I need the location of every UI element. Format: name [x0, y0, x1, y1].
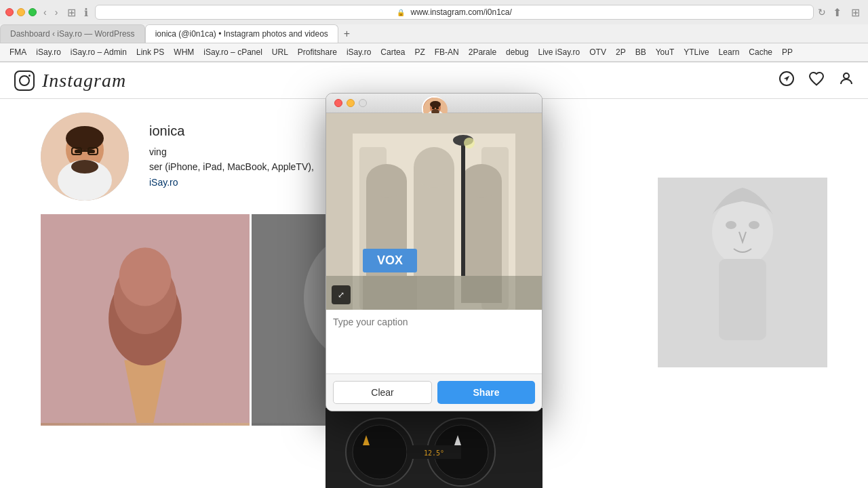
- bookmark-profitshare[interactable]: Profitshare: [294, 46, 341, 58]
- instagram-page: Instagram: [0, 62, 868, 488]
- svg-rect-44: [461, 140, 465, 276]
- svg-point-12: [71, 160, 98, 174]
- statue-image: [658, 178, 827, 367]
- svg-rect-28: [436, 107, 439, 109]
- instagram-icon: [14, 70, 35, 92]
- bookmarks-bar: FMA iSay.ro iSay.ro – Admin Link PS WHM …: [0, 43, 868, 62]
- browser-toolbar: ‹ › ⊞ ℹ 🔒 www.instagram.com/i0n1ca/ ↻ ⬆ …: [0, 0, 868, 24]
- svg-point-34: [414, 147, 454, 188]
- svg-marker-4: [784, 74, 791, 81]
- tab-wordpress[interactable]: Dashboard ‹ iSay.ro — WordPress: [0, 24, 145, 43]
- info-button[interactable]: ℹ: [81, 5, 91, 20]
- instagram-logo: Instagram: [14, 70, 126, 92]
- profile-icon[interactable]: [838, 70, 854, 91]
- forward-button[interactable]: ›: [52, 5, 61, 19]
- dialog-building-image: VOX: [326, 113, 542, 310]
- profile-info: ionica ving ser (iPhone, iPad, MacBook, …: [149, 123, 314, 190]
- bookmark-isay2[interactable]: iSay.ro: [342, 46, 375, 58]
- bookmark-url[interactable]: URL: [268, 46, 292, 58]
- svg-rect-43: [326, 276, 542, 310]
- dialog-caption-area: [326, 310, 542, 373]
- svg-point-49: [353, 425, 407, 479]
- svg-rect-56: [719, 259, 766, 340]
- bookmark-cartea[interactable]: Cartea: [376, 46, 409, 58]
- svg-rect-27: [432, 107, 435, 109]
- svg-text:12.5°: 12.5°: [424, 449, 444, 457]
- screen-reader-button[interactable]: ⊞: [64, 5, 79, 20]
- bookmark-isay-admin[interactable]: iSay.ro – Admin: [66, 46, 131, 58]
- bookmark-linkps[interactable]: Link PS: [132, 46, 168, 58]
- bookmark-otv[interactable]: OTV: [585, 46, 610, 58]
- bookmark-isay[interactable]: iSay.ro: [32, 46, 64, 58]
- bookmark-pp[interactable]: PP: [778, 46, 797, 58]
- maximize-button[interactable]: [28, 8, 37, 16]
- bookmark-fban[interactable]: FB-AN: [431, 46, 463, 58]
- svg-point-57: [726, 221, 736, 229]
- instagram-wordmark: Instagram: [42, 70, 126, 92]
- bio-link[interactable]: iSay.ro: [149, 177, 178, 188]
- browser-nav: ‹ ›: [41, 5, 60, 19]
- svg-rect-0: [15, 71, 34, 90]
- bookmark-bb[interactable]: BB: [631, 46, 650, 58]
- ice-cream-image: [41, 214, 250, 423]
- minimize-button[interactable]: [17, 8, 25, 16]
- svg-point-2: [28, 75, 31, 77]
- statue-photo[interactable]: [658, 178, 827, 367]
- bio-text-1: ving: [149, 146, 167, 157]
- url-text: www.instagram.com/i0n1ca/: [410, 7, 511, 17]
- avatar-image: [41, 113, 129, 201]
- new-tab-button[interactable]: +: [338, 24, 355, 43]
- tab-instagram[interactable]: ionica (@i0n1ca) • Instagram photos and …: [145, 24, 338, 43]
- expand-icon: ⤢: [338, 290, 344, 300]
- window-controls: [5, 8, 37, 16]
- bookmark-cache[interactable]: Cache: [745, 46, 776, 58]
- add-bookmark-button[interactable]: ⊞: [848, 5, 863, 20]
- explore-icon[interactable]: [778, 70, 795, 91]
- svg-point-46: [464, 138, 475, 148]
- svg-point-39: [461, 164, 502, 198]
- svg-point-58: [749, 221, 760, 229]
- tab-wordpress-label: Dashboard ‹ iSay.ro — WordPress: [10, 29, 135, 39]
- caption-input[interactable]: [333, 317, 535, 364]
- likes-icon[interactable]: [808, 70, 825, 91]
- address-bar[interactable]: 🔒 www.instagram.com/i0n1ca/: [95, 5, 814, 20]
- grid-item-ice-cream[interactable]: [41, 214, 250, 426]
- dialog-buttons: Clear Share: [326, 373, 542, 411]
- share-button[interactable]: Share: [437, 381, 535, 404]
- bookmark-isay-cpanel[interactable]: iSay.ro – cPanel: [199, 46, 267, 58]
- svg-point-37: [366, 164, 407, 198]
- bookmark-learn[interactable]: Learn: [715, 46, 744, 58]
- svg-point-5: [844, 73, 849, 79]
- svg-point-9: [66, 126, 104, 150]
- dialog-maximize-button[interactable]: [359, 99, 367, 107]
- bookmark-2p[interactable]: 2P: [612, 46, 630, 58]
- bookmark-pz[interactable]: PZ: [410, 46, 429, 58]
- bio-text-2: ser (iPhone, iPad, MacBook, AppleTV),: [149, 161, 314, 172]
- clear-button[interactable]: Clear: [333, 381, 432, 404]
- instagram-nav-actions: [778, 70, 854, 91]
- bookmark-debug[interactable]: debug: [502, 46, 532, 58]
- expand-button[interactable]: ⤢: [332, 285, 351, 304]
- profile-bio: ving ser (iPhone, iPad, MacBook, AppleTV…: [149, 144, 314, 190]
- back-button[interactable]: ‹: [41, 5, 50, 19]
- dialog-minimize-button[interactable]: [347, 99, 355, 107]
- ssl-icon: 🔒: [397, 9, 405, 16]
- bookmark-2parale[interactable]: 2Parale: [465, 46, 500, 58]
- dialog-close-button[interactable]: [334, 99, 342, 107]
- bookmark-yout[interactable]: YouT: [652, 46, 679, 58]
- bookmark-ytlive[interactable]: YTLive: [679, 46, 713, 58]
- svg-point-20: [119, 247, 172, 306]
- bookmark-fma[interactable]: FMA: [5, 46, 31, 58]
- svg-rect-10: [75, 150, 81, 153]
- profile-username: ionica: [149, 123, 314, 139]
- svg-text:VOX: VOX: [377, 253, 403, 267]
- svg-point-1: [20, 76, 29, 85]
- bookmark-whm[interactable]: WHM: [170, 46, 198, 58]
- svg-point-26: [430, 101, 441, 108]
- share-browser-button[interactable]: ⬆: [830, 5, 844, 20]
- close-button[interactable]: [5, 8, 14, 16]
- bookmark-live-isay[interactable]: Live iSay.ro: [534, 46, 584, 58]
- refresh-button[interactable]: ↻: [818, 7, 826, 18]
- tabs-bar: Dashboard ‹ iSay.ro — WordPress ionica (…: [0, 24, 868, 43]
- svg-rect-11: [88, 150, 95, 153]
